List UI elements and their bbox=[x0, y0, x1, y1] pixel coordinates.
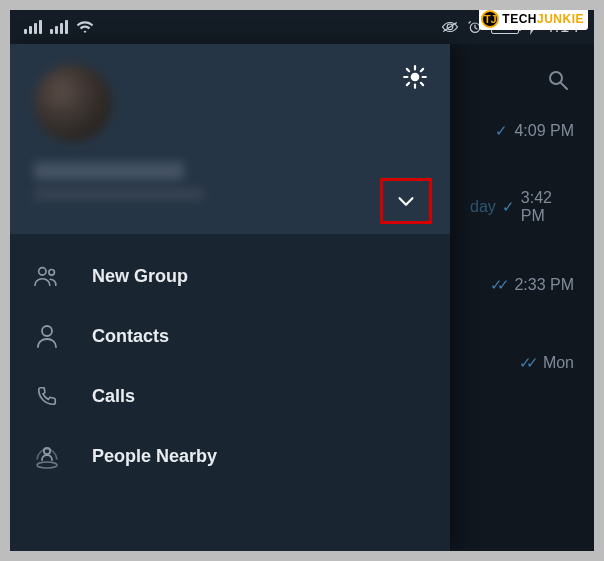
chat-time: 3:42 PM bbox=[521, 189, 574, 225]
menu-new-group[interactable]: New Group bbox=[10, 246, 450, 306]
svg-point-17 bbox=[37, 462, 57, 468]
svg-point-13 bbox=[39, 268, 46, 275]
svg-line-3 bbox=[561, 83, 567, 89]
watermark-text: TECHJUNKIE bbox=[502, 12, 584, 26]
svg-line-11 bbox=[407, 83, 409, 85]
chat-time: Mon bbox=[543, 354, 574, 372]
svg-point-15 bbox=[42, 326, 52, 336]
phone-icon bbox=[34, 385, 60, 407]
chat-status-peek: day bbox=[470, 198, 496, 216]
signal-2-icon bbox=[50, 20, 68, 34]
group-icon bbox=[34, 265, 60, 287]
app-surface: ✓ 4:09 PM day ✓ 3:42 PM ✓✓ 2:33 PM ✓✓ Mo… bbox=[10, 44, 594, 551]
check-icon: ✓ bbox=[502, 198, 515, 216]
avatar[interactable] bbox=[34, 64, 112, 142]
svg-point-14 bbox=[49, 270, 55, 276]
svg-line-10 bbox=[421, 83, 423, 85]
menu-label: New Group bbox=[92, 266, 188, 287]
nav-drawer: New Group Contacts Calls bbox=[10, 44, 450, 551]
svg-point-2 bbox=[550, 72, 562, 84]
watermark-badge: TJ bbox=[481, 10, 499, 28]
check-icon: ✓ bbox=[495, 122, 508, 140]
menu-label: People Nearby bbox=[92, 446, 217, 467]
svg-line-12 bbox=[421, 69, 423, 71]
chevron-down-icon bbox=[395, 190, 417, 212]
double-check-icon: ✓✓ bbox=[490, 276, 504, 294]
chat-time: 4:09 PM bbox=[514, 122, 574, 140]
search-icon[interactable] bbox=[546, 68, 570, 92]
menu-label: Contacts bbox=[92, 326, 169, 347]
menu-label: Calls bbox=[92, 386, 135, 407]
device-frame: TJ TECHJUNKIE 32 4:14 bbox=[0, 0, 604, 561]
svg-point-4 bbox=[411, 73, 420, 82]
drawer-menu: New Group Contacts Calls bbox=[10, 234, 450, 551]
account-name-redacted bbox=[34, 162, 184, 180]
account-phone-redacted bbox=[34, 188, 204, 200]
menu-calls[interactable]: Calls bbox=[10, 366, 450, 426]
svg-line-9 bbox=[407, 69, 409, 71]
double-check-icon: ✓✓ bbox=[519, 354, 533, 372]
person-icon bbox=[34, 324, 60, 348]
people-nearby-icon bbox=[34, 443, 60, 469]
wifi-icon bbox=[76, 20, 94, 34]
status-left bbox=[24, 20, 94, 34]
signal-1-icon bbox=[24, 20, 42, 34]
theme-toggle[interactable] bbox=[402, 64, 428, 90]
menu-people-nearby[interactable]: People Nearby bbox=[10, 426, 450, 486]
menu-contacts[interactable]: Contacts bbox=[10, 306, 450, 366]
drawer-header bbox=[10, 44, 450, 234]
watermark: TJ TECHJUNKIE bbox=[479, 8, 588, 30]
account-switch-toggle[interactable] bbox=[380, 178, 432, 224]
chat-time: 2:33 PM bbox=[514, 276, 574, 294]
eye-off-icon bbox=[441, 20, 459, 34]
